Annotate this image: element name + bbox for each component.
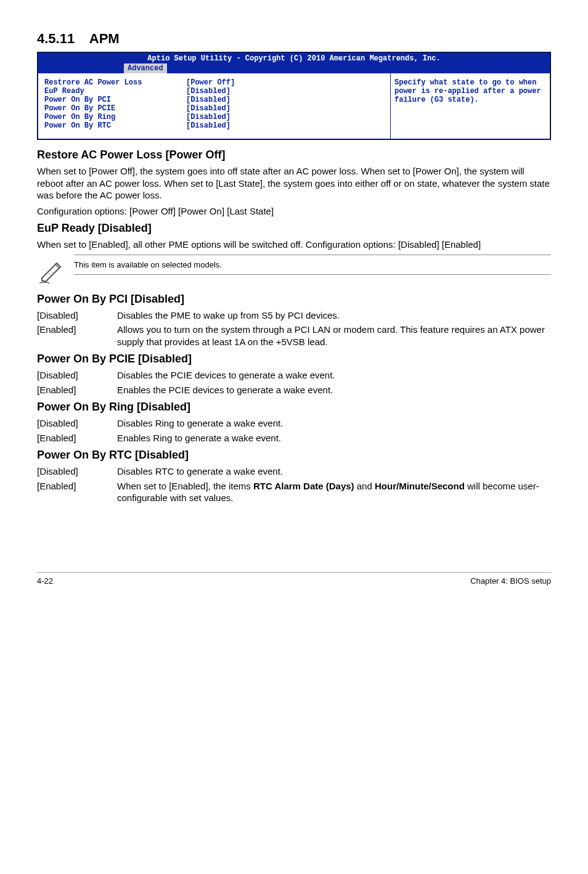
bios-setting-value: [Disabled] <box>186 87 384 96</box>
option-desc: Disables the PCIE devices to generate a … <box>117 369 551 382</box>
option-label: [Disabled] <box>37 417 117 430</box>
bios-row: Power On By RTC [Disabled] <box>44 121 384 130</box>
note-block: This item is available on selected model… <box>37 255 551 287</box>
option-row: [Disabled] Disables the PME to wake up f… <box>37 309 551 322</box>
bios-tab-row: Advanced <box>38 63 550 73</box>
option-label: [Enabled] <box>37 384 117 396</box>
bios-setting-value: [Disabled] <box>186 113 384 121</box>
option-desc: When set to [Enabled], the items RTC Ala… <box>117 480 551 504</box>
option-row: [Enabled] Enables the PCIE devices to ge… <box>37 384 551 396</box>
page-footer: 4-22 Chapter 4: BIOS setup <box>37 572 551 586</box>
option-label: [Enabled] <box>37 324 117 348</box>
option-row: [Disabled] Disables the PCIE devices to … <box>37 369 551 382</box>
bios-setting-value: [Disabled] <box>186 104 384 113</box>
bios-row: Restrore AC Power Loss [Power Off] <box>44 78 384 87</box>
bios-screenshot: Aptio Setup Utility - Copyright (C) 2010… <box>37 52 551 140</box>
rtc-bold2: Hour/Minute/Second <box>375 481 465 491</box>
option-row: [Enabled] Enables Ring to generate a wak… <box>37 432 551 444</box>
bios-setting-label: Power On By PCIE <box>44 104 186 113</box>
option-label: [Disabled] <box>37 465 117 478</box>
restore-config-options: Configuration options: [Power Off] [Powe… <box>37 205 551 218</box>
option-row: [Disabled] Disables RTC to generate a wa… <box>37 465 551 478</box>
note-pencil-icon <box>37 255 74 287</box>
footer-chapter: Chapter 4: BIOS setup <box>470 576 551 586</box>
restore-paragraph: When set to [Power Off], the system goes… <box>37 165 551 202</box>
bios-setting-value: [Power Off] <box>186 78 384 87</box>
bios-body: Restrore AC Power Loss [Power Off] EuP R… <box>38 73 550 139</box>
bios-setting-label: Power On By Ring <box>44 113 186 121</box>
option-desc: Disables RTC to generate a wake event. <box>117 465 551 478</box>
option-row: [Enabled] Allows you to turn on the syst… <box>37 324 551 348</box>
section-title: APM <box>89 31 120 46</box>
bios-settings-panel: Restrore AC Power Loss [Power Off] EuP R… <box>38 73 390 139</box>
rtc-enabled-mid: and <box>354 481 375 491</box>
bios-setting-label: Restrore AC Power Loss <box>44 78 186 87</box>
option-desc: Enables Ring to generate a wake event. <box>117 432 551 444</box>
bios-setting-label: Power On By PCI <box>44 96 186 104</box>
bios-help-panel: Specify what state to go to when power i… <box>390 73 550 139</box>
bios-row: Power On By Ring [Disabled] <box>44 113 384 121</box>
bios-row: Power On By PCI [Disabled] <box>44 96 384 104</box>
eup-paragraph: When set to [Enabled], all other PME opt… <box>37 239 551 251</box>
bios-header: Aptio Setup Utility - Copyright (C) 2010… <box>38 52 550 73</box>
option-desc: Enables the PCIE devices to generate a w… <box>117 384 551 396</box>
option-label: [Disabled] <box>37 309 117 322</box>
option-desc: Disables the PME to wake up from S5 by P… <box>117 309 551 322</box>
note-text: This item is available on selected model… <box>74 255 551 275</box>
section-number: 4.5.11 <box>37 31 75 46</box>
bios-row: EuP Ready [Disabled] <box>44 87 384 96</box>
bios-setting-value: [Disabled] <box>186 96 384 104</box>
footer-page-number: 4-22 <box>37 576 53 586</box>
pci-heading: Power On By PCI [Disabled] <box>37 293 551 306</box>
bios-setting-label: Power On By RTC <box>44 121 186 130</box>
option-label: [Enabled] <box>37 480 117 504</box>
eup-heading: EuP Ready [Disabled] <box>37 222 551 235</box>
rtc-enabled-pre: When set to [Enabled], the items <box>117 481 253 491</box>
rtc-heading: Power On By RTC [Disabled] <box>37 449 551 462</box>
section-heading: 4.5.11 APM <box>37 31 551 47</box>
ring-heading: Power On By Ring [Disabled] <box>37 401 551 414</box>
bios-help-text: Specify what state to go to when power i… <box>394 78 541 104</box>
restore-heading: Restore AC Power Loss [Power Off] <box>37 149 551 161</box>
option-label: [Disabled] <box>37 369 117 382</box>
bios-row: Power On By PCIE [Disabled] <box>44 104 384 113</box>
bios-header-title: Aptio Setup Utility - Copyright (C) 2010… <box>38 54 550 63</box>
option-row: [Disabled] Disables Ring to generate a w… <box>37 417 551 430</box>
bios-setting-label: EuP Ready <box>44 87 186 96</box>
pcie-heading: Power On By PCIE [Disabled] <box>37 353 551 366</box>
option-desc: Allows you to turn on the system through… <box>117 324 551 348</box>
bios-tab-advanced: Advanced <box>124 63 167 73</box>
rtc-bold1: RTC Alarm Date (Days) <box>253 481 354 491</box>
option-desc: Disables Ring to generate a wake event. <box>117 417 551 430</box>
option-label: [Enabled] <box>37 432 117 444</box>
option-row: [Enabled] When set to [Enabled], the ite… <box>37 480 551 504</box>
bios-setting-value: [Disabled] <box>186 121 384 130</box>
